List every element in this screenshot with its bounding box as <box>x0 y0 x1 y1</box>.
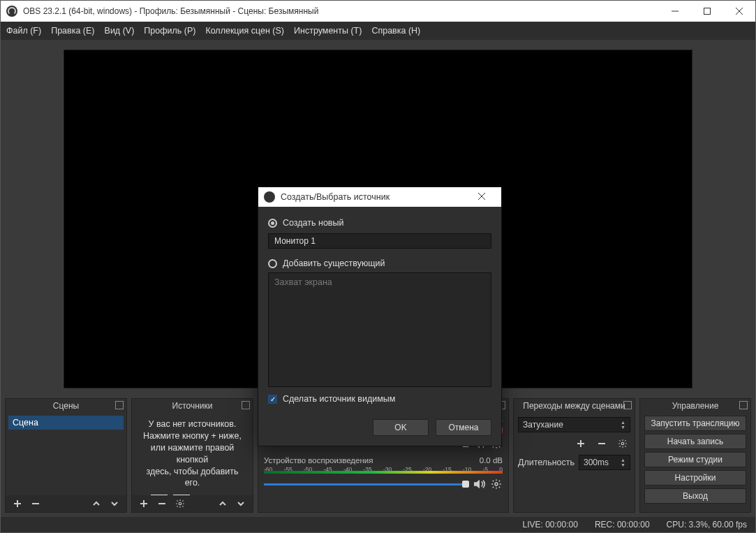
menu-view[interactable]: Вид (V) <box>105 26 135 36</box>
radio-icon <box>268 219 277 228</box>
transition-settings-button[interactable] <box>615 437 630 451</box>
sources-title: Источники <box>172 401 213 411</box>
radio-create-new[interactable]: Создать новый <box>268 218 491 228</box>
sources-hint: У вас нет источников. Нажмите кнопку + н… <box>135 416 250 495</box>
dialog-title: Создать/Выбрать источник <box>281 192 468 202</box>
close-button[interactable] <box>723 1 755 22</box>
popout-icon[interactable] <box>242 401 250 409</box>
transition-remove-button[interactable] <box>594 437 609 451</box>
dialog-close-button[interactable] <box>468 192 496 202</box>
scenes-title: Сцены <box>53 401 79 411</box>
channel-name: Устройство воспроизведения <box>264 456 373 465</box>
transitions-panel: Переходы между сценами Затухание▲▼ Длите… <box>513 398 635 513</box>
duration-label: Длительность <box>518 458 575 467</box>
obs-app-icon <box>264 191 275 203</box>
status-live: LIVE: 00:00:00 <box>522 520 577 530</box>
source-remove-button[interactable] <box>154 497 170 511</box>
window-title: OBS 23.2.1 (64-bit, windows) - Профиль: … <box>23 6 659 16</box>
volume-slider[interactable] <box>264 481 469 488</box>
svg-point-21 <box>179 502 181 505</box>
gear-icon[interactable] <box>490 479 503 490</box>
source-add-button[interactable] <box>136 497 151 511</box>
sources-panel: Источники У вас нет источников. Нажмите … <box>131 398 253 513</box>
menu-tools[interactable]: Инструменты (T) <box>294 26 362 36</box>
scenes-panel: Сцены Сцена <box>5 398 127 513</box>
studio-mode-button[interactable]: Режим студии <box>644 452 746 467</box>
source-down-button[interactable] <box>233 497 249 511</box>
list-item[interactable]: Захват экрана <box>274 277 485 287</box>
menu-help[interactable]: Справка (H) <box>371 26 420 36</box>
scene-up-button[interactable] <box>89 497 104 511</box>
radio-add-existing[interactable]: Добавить существующий <box>268 258 491 268</box>
minimize-button[interactable] <box>659 1 691 22</box>
workarea: Сцены Сцена Источники <box>1 40 755 517</box>
scenes-list[interactable]: Сцена <box>8 416 124 492</box>
svg-rect-1 <box>704 8 711 15</box>
menu-edit[interactable]: Правка (E) <box>51 26 94 36</box>
obs-app-icon <box>6 6 17 17</box>
scene-down-button[interactable] <box>107 497 122 511</box>
make-visible-checkbox[interactable]: ✓ Сделать источник видимым <box>268 394 491 404</box>
checkbox-icon: ✓ <box>268 395 277 404</box>
source-settings-button[interactable] <box>172 497 188 511</box>
spinner-arrows-icon: ▲▼ <box>621 458 625 467</box>
settings-button[interactable]: Настройки <box>644 470 746 485</box>
ok-button[interactable]: OK <box>373 419 429 436</box>
scene-row[interactable]: Сцена <box>8 416 124 430</box>
popout-icon[interactable] <box>623 401 632 409</box>
level-meter <box>264 471 503 474</box>
transition-select[interactable]: Затухание▲▼ <box>518 417 630 432</box>
cancel-button[interactable]: Отмена <box>436 419 491 436</box>
duration-input[interactable]: 300ms▲▼ <box>579 455 630 470</box>
status-rec: REC: 00:00:00 <box>595 520 650 530</box>
maximize-button[interactable] <box>691 1 723 22</box>
create-source-dialog: Создать/Выбрать источник Создать новый Д… <box>258 187 502 446</box>
statusbar: LIVE: 00:00:00 REC: 00:00:00 CPU: 3.3%, … <box>1 517 755 532</box>
source-name-input[interactable] <box>268 233 491 249</box>
start-record-button[interactable]: Начать запись <box>644 434 746 449</box>
speaker-icon[interactable] <box>473 479 486 490</box>
status-cpu: CPU: 3.3%, 60.00 fps <box>667 520 747 530</box>
scene-remove-button[interactable] <box>28 497 43 511</box>
menu-profile[interactable]: Профиль (P) <box>144 26 195 36</box>
popout-icon[interactable] <box>115 401 124 409</box>
channel-db: 0.0 dB <box>480 456 503 465</box>
popout-icon[interactable] <box>739 401 748 409</box>
menubar: Файл (F) Правка (E) Вид (V) Профиль (P) … <box>1 22 755 40</box>
controls-title: Управление <box>672 401 719 411</box>
dropdown-arrows-icon: ▲▼ <box>621 420 625 430</box>
svg-point-29 <box>621 442 624 445</box>
controls-panel: Управление Запустить трансляцию Начать з… <box>639 398 751 513</box>
existing-sources-list[interactable]: Захват экрана <box>268 272 491 387</box>
exit-button[interactable]: Выход <box>644 488 746 504</box>
mixer-channel-2: Устройство воспроизведения0.0 dB -60-55-… <box>258 453 508 494</box>
radio-icon <box>268 259 277 268</box>
transition-add-button[interactable] <box>573 437 588 451</box>
menu-scene-collection[interactable]: Коллекция сцен (S) <box>205 26 284 36</box>
svg-marker-24 <box>474 480 480 488</box>
start-stream-button[interactable]: Запустить трансляцию <box>644 416 746 431</box>
app-window: OBS 23.2.1 (64-bit, windows) - Профиль: … <box>0 0 756 533</box>
source-up-button[interactable] <box>215 497 230 511</box>
transitions-title: Переходы между сценами <box>523 401 625 411</box>
titlebar: OBS 23.2.1 (64-bit, windows) - Профиль: … <box>1 1 755 22</box>
menu-file[interactable]: Файл (F) <box>6 26 41 36</box>
svg-point-25 <box>495 483 498 485</box>
scene-add-button[interactable] <box>10 497 25 511</box>
